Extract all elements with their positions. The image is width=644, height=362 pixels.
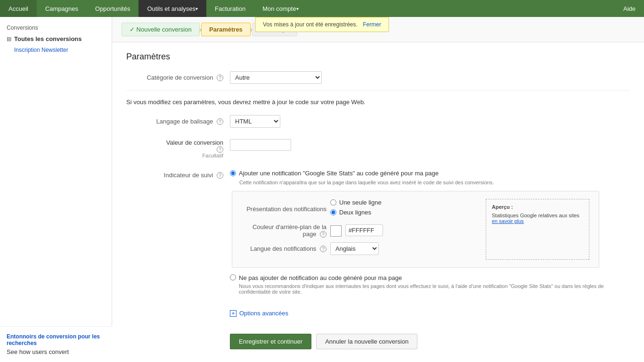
categorie-control: Autre Achat/Vente Inscription Prospect V… [230,71,630,84]
radio-une-ligne-label[interactable]: Une seule ligne [339,199,382,206]
presentation-row: Présentation des notifications Une seule… [242,199,476,219]
radio-no-notif-input[interactable] [230,274,236,280]
sidebar-all-conversions[interactable]: ▤ Toutes les conversions [0,33,112,45]
valeur-label-group: Valeur de conversion ? Facultatif [126,139,230,158]
nav-compte[interactable]: Mon compte [254,0,307,17]
langage-select[interactable]: HTML Javascript [230,115,280,128]
color-preview-box[interactable] [330,225,342,237]
valeur-label: Valeur de conversion [166,139,223,146]
toast-close-link[interactable]: Fermer [363,21,381,28]
couleur-help-icon[interactable]: ? [320,231,326,238]
sidebar-conversions-title: Conversions [0,22,112,33]
radio-deux-lignes-input[interactable] [330,209,336,215]
couleur-control [330,224,383,237]
apercu-line1: Statistiques Google relatives aux sites [492,213,583,218]
radio-une-ligne-input[interactable] [330,199,336,206]
radio-add-notif-desc: Cette notification n'apparaîtra que sur … [239,180,630,185]
top-navigation: Accueil Campagnes Opportunités Outils et… [0,0,644,17]
button-row: Enregistrer et continuer Annuler la nouv… [126,326,630,359]
presentation-label: Présentation des notifications [242,206,326,213]
radio-une-ligne: Une seule ligne [330,199,382,206]
langue-row: Langue des notifications ? Anglais Franç… [242,242,476,255]
langue-control: Anglais Français Espagnol Allemand [330,242,379,255]
indicateur-help-icon[interactable]: ? [217,172,223,179]
valeur-row: Valeur de conversion ? Facultatif [126,139,630,165]
main-content: ✓ Nouvelle conversion › Paramètres › Nex… [112,17,644,362]
sidebar: Conversions ▤ Toutes les conversions Ins… [0,17,112,362]
nav-facturation[interactable]: Facturation [206,0,254,17]
nav-outils[interactable]: Outils et analyses [139,0,206,17]
sidebar-item-inscription[interactable]: Inscription Newsletter [0,45,112,55]
plus-icon: + [230,310,236,317]
sidebar-entonnoirs-link[interactable]: Entonnoirs de conversion pour les recher… [7,333,106,346]
valeur-control [230,139,630,151]
indicateur-label: Indicateur de suivi ? [126,170,230,179]
step-1[interactable]: ✓ Nouvelle conversion [122,23,200,36]
valeur-help-icon[interactable]: ? [217,146,223,153]
langage-label: Langage de balisage ? [126,118,230,125]
categorie-select[interactable]: Autre Achat/Vente Inscription Prospect V… [230,71,322,84]
advanced-options-row[interactable]: + Options avancées [230,310,630,317]
folder-icon: ▤ [7,36,11,42]
radio-add-notif: Ajouter une notification "Google Site St… [230,170,630,177]
notif-left: Présentation des notifications Une seule… [242,199,476,260]
langue-select[interactable]: Anglais Français Espagnol Allemand [330,242,379,255]
advanced-label[interactable]: Options avancées [239,310,288,317]
cancel-button[interactable]: Annuler la nouvelle conversion [316,334,417,349]
save-button[interactable]: Enregistrer et continuer [230,334,311,349]
content-area: Paramètres Catégorie de conversion ? Aut… [112,42,644,362]
nav-campagnes[interactable]: Campagnes [37,0,87,17]
radio-deux-lignes-label[interactable]: Deux lignes [339,209,371,216]
apercu-link[interactable]: en savoir plus [492,218,524,224]
indicateur-row: Indicateur de suivi ? Ajouter une notifi… [126,170,630,301]
notification-config-box: Présentation des notifications Une seule… [232,191,599,268]
categorie-row: Catégorie de conversion ? Autre Achat/Ve… [126,71,630,91]
valeur-input[interactable] [230,139,291,151]
radio-add-notif-input[interactable] [230,170,236,176]
sidebar-bottom-subtext: See how users convert [7,348,69,355]
categorie-help-icon[interactable]: ? [217,74,223,81]
nav-accueil[interactable]: Accueil [0,0,37,17]
couleur-input[interactable] [345,224,383,236]
couleur-label: Couleur d'arrière-plan de la page ? [242,223,326,238]
indicateur-control: Ajouter une notification "Google Site St… [230,170,630,295]
sidebar-section-label: Toutes les conversions [14,35,82,42]
toast-notification: Vos mises à jour ont été enregistrées. F… [255,17,389,32]
nav-aide[interactable]: Aide [615,0,644,17]
langue-label: Langue des notifications ? [242,245,326,252]
toast-message: Vos mises à jour ont été enregistrées. [263,21,358,28]
nav-opportunites[interactable]: Opportunités [87,0,139,17]
langage-help-icon[interactable]: ? [217,118,223,125]
page-title: Paramètres [126,52,630,62]
couleur-row: Couleur d'arrière-plan de la page ? [242,223,476,238]
apercu-label: Aperçu : [492,204,513,210]
presentation-radios: Une seule ligne Deux lignes [330,199,382,219]
radio-no-notif-content: Ne pas ajouter de notification au code g… [239,274,630,295]
radio-add-notif-label[interactable]: Ajouter une notification "Google Site St… [239,170,439,177]
step-2[interactable]: Paramètres [201,23,251,36]
langage-row: Langage de balisage ? HTML Javascript [126,115,630,134]
radio-deux-lignes: Deux lignes [330,209,382,216]
langage-control: HTML Javascript [230,115,630,128]
valeur-sublabel: Facultatif [202,153,223,158]
radio-no-notif-row: Ne pas ajouter de notification au code g… [230,274,630,295]
langue-help-icon[interactable]: ? [320,246,326,252]
notif-inner: Présentation des notifications Une seule… [242,199,589,260]
sidebar-bottom-section: Entonnoirs de conversion pour les recher… [0,326,112,362]
info-text: Si vous modifiez ces paramètres, vous de… [126,99,630,106]
apercu-box: Aperçu : Statistiques Google relatives a… [486,199,589,260]
radio-no-notif-desc: Nous vous recommandons d'indiquer aux in… [239,283,630,295]
categorie-label: Catégorie de conversion ? [126,74,230,81]
radio-no-notif-label[interactable]: Ne pas ajouter de notification au code g… [239,274,402,281]
